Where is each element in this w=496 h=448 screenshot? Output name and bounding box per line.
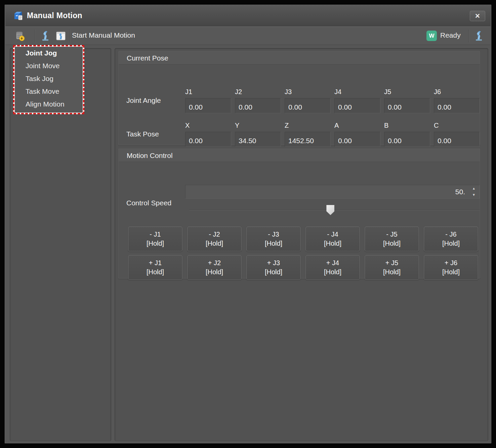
jog-button-hold: [Hold] <box>383 239 401 248</box>
jog-button-hold: [Hold] <box>383 268 401 277</box>
jog-button-label: + J6 <box>445 258 457 268</box>
jog-plus-j1-button[interactable]: + J1 [Hold] <box>128 255 182 280</box>
task-header-x: X <box>185 122 190 129</box>
current-pose-title: Current Pose <box>119 51 480 65</box>
joint-header-j5: J5 <box>384 88 391 96</box>
jog-button-hold: [Hold] <box>206 239 223 248</box>
joint-angle-j3-field[interactable] <box>285 98 331 113</box>
jog-minus-j5-button[interactable]: - J5 [Hold] <box>365 227 419 251</box>
main-content-panel: Current Pose Joint Angle J1 J2 J3 J4 J5 … <box>115 48 488 441</box>
joint-angle-label: Joint Angle <box>126 96 161 105</box>
jog-minus-j2-button[interactable]: - J2 [Hold] <box>187 227 242 251</box>
toolbar-separator <box>469 30 469 42</box>
joint-angle-j1-field[interactable] <box>185 98 231 113</box>
jog-button-hold: [Hold] <box>147 239 164 248</box>
task-pose-label: Task Pose <box>126 130 159 138</box>
jog-button-hold: [Hold] <box>265 268 282 277</box>
control-speed-spinner: ▲ ▼ <box>469 186 479 198</box>
jog-button-hold: [Hold] <box>324 239 341 248</box>
task-pose-y-field[interactable] <box>235 132 281 147</box>
jog-button-label: - J4 <box>327 230 338 239</box>
jog-plus-j5-button[interactable]: + J5 [Hold] <box>365 255 419 280</box>
jog-button-hold: [Hold] <box>147 268 164 277</box>
jog-plus-j4-button[interactable]: + J4 [Hold] <box>305 255 360 280</box>
jog-button-label: - J3 <box>268 230 279 239</box>
manual-motion-window: Manual Motion ✕ <box>5 5 491 443</box>
jog-button-label: + J4 <box>326 258 339 268</box>
robot-motion-button[interactable] <box>39 30 52 42</box>
jog-button-label: + J2 <box>208 258 221 268</box>
slider-thumb[interactable] <box>326 205 334 215</box>
start-manual-motion-label: Start Manual Motion <box>72 31 135 39</box>
jog-button-label: - J2 <box>209 230 220 239</box>
jog-plus-j6-button[interactable]: + J6 [Hold] <box>424 255 478 280</box>
motion-mode-list: Joint Jog Joint Move Task Jog Task Move … <box>13 45 84 114</box>
sidebar-item-joint-move[interactable]: Joint Move <box>15 59 83 72</box>
task-header-b: B <box>384 122 388 129</box>
task-header-z: Z <box>285 122 289 129</box>
robot-window-button[interactable] <box>54 30 67 42</box>
jog-button-hold: [Hold] <box>206 268 223 277</box>
motion-control-title: Motion Control <box>119 149 480 162</box>
sidebar-item-align-motion[interactable]: Align Motion <box>15 98 83 111</box>
joint-header-j4: J4 <box>334 88 341 96</box>
task-pose-a-field[interactable] <box>334 132 380 147</box>
spinner-up-button[interactable]: ▲ <box>469 186 479 192</box>
control-speed-input[interactable] <box>185 185 467 198</box>
workcell-status-icon: W <box>426 31 437 41</box>
jog-button-hold: [Hold] <box>324 268 341 277</box>
jog-button-label: + J5 <box>385 258 398 268</box>
task-header-c: C <box>434 122 439 129</box>
close-button[interactable]: ✕ <box>470 11 485 21</box>
current-pose-group: Current Pose Joint Angle J1 J2 J3 J4 J5 … <box>118 51 480 145</box>
joint-header-j3: J3 <box>285 88 292 96</box>
sidebar-item-task-move[interactable]: Task Move <box>15 85 83 98</box>
motion-control-group: Motion Control Control Speed ▲ ▼ <box>118 149 480 279</box>
servo-power-icon <box>14 30 26 42</box>
joint-header-j1: J1 <box>185 88 192 96</box>
task-header-a: A <box>334 122 339 129</box>
control-speed-input-group: ▲ ▼ <box>185 185 480 199</box>
task-pose-b-field[interactable] <box>384 132 430 147</box>
robot-arm-icon <box>473 30 485 42</box>
jog-minus-j1-button[interactable]: - J1 [Hold] <box>128 227 182 251</box>
spinner-down-button[interactable]: ▼ <box>469 192 479 198</box>
jog-button-hold: [Hold] <box>442 239 460 248</box>
jog-button-label: + J1 <box>149 258 162 268</box>
jog-button-label: - J6 <box>445 230 456 239</box>
joint-angle-j5-field[interactable] <box>384 98 430 113</box>
task-pose-z-field[interactable] <box>285 132 331 147</box>
app-icon <box>13 10 24 22</box>
status-text: Ready <box>440 31 461 39</box>
jog-button-label: - J5 <box>386 230 397 239</box>
sidebar-item-joint-jog[interactable]: Joint Jog <box>15 47 83 59</box>
robot-window-icon <box>55 30 67 42</box>
jog-minus-j3-button[interactable]: - J3 [Hold] <box>246 227 301 251</box>
screenshot-stage: Manual Motion ✕ <box>0 0 496 448</box>
toolbar: Start Manual Motion W Ready <box>5 27 491 45</box>
joint-header-j2: J2 <box>235 88 242 96</box>
servo-power-button[interactable] <box>13 30 26 42</box>
jog-button-hold: [Hold] <box>442 268 460 277</box>
window-title: Manual Motion <box>27 11 82 20</box>
robot-status-button[interactable] <box>472 30 485 42</box>
jog-minus-j4-button[interactable]: - J4 [Hold] <box>305 227 360 251</box>
jog-plus-j2-button[interactable]: + J2 [Hold] <box>187 255 242 280</box>
title-bar: Manual Motion ✕ <box>5 5 491 26</box>
control-speed-label: Control Speed <box>126 199 171 207</box>
toolbar-separator <box>35 30 35 42</box>
jog-minus-j6-button[interactable]: - J6 [Hold] <box>424 227 478 251</box>
task-header-y: Y <box>235 122 239 129</box>
sidebar-item-task-jog[interactable]: Task Jog <box>15 72 83 85</box>
joint-angle-j2-field[interactable] <box>235 98 281 113</box>
task-pose-x-field[interactable] <box>185 132 231 147</box>
task-pose-c-field[interactable] <box>434 132 480 147</box>
jog-plus-j3-button[interactable]: + J3 [Hold] <box>246 255 301 280</box>
control-speed-slider[interactable] <box>189 205 480 216</box>
slider-track <box>189 209 480 210</box>
toolbar-separator <box>70 30 70 42</box>
joint-angle-j6-field[interactable] <box>434 98 480 113</box>
jog-button-label: - J1 <box>150 230 161 239</box>
robot-arm-icon <box>40 30 51 42</box>
joint-angle-j4-field[interactable] <box>334 98 380 113</box>
